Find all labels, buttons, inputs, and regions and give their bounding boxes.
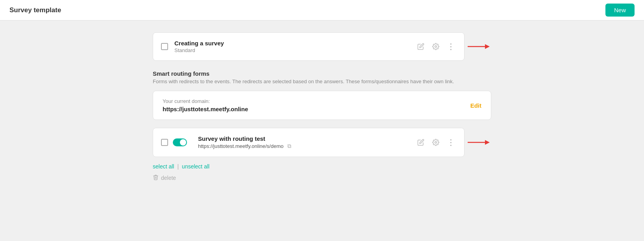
survey-card-row-1: Creating a survey Standard (153, 33, 464, 60)
toggle-thumb-2 (180, 139, 186, 146)
trash-icon (153, 174, 159, 181)
red-arrow-2 (468, 138, 491, 147)
survey-checkbox-1[interactable] (161, 43, 168, 50)
survey-card-creating: Creating a survey Standard (153, 32, 464, 61)
smart-routing-title: Smart routing forms (153, 70, 491, 77)
survey-checkbox-2[interactable] (161, 139, 168, 146)
survey-actions-1: ⋮ (415, 41, 456, 52)
survey-subtitle-1: Standard (174, 47, 409, 53)
domain-card: Your current domain: https://justtotest.… (153, 91, 491, 120)
survey-title-2: Survey with routing test (198, 135, 409, 142)
survey-card-routing: Survey with routing test https://justtot… (153, 128, 464, 157)
settings-icon-1[interactable] (430, 41, 441, 52)
survey-card-2-wrapper: Survey with routing test https://justtot… (153, 128, 491, 157)
svg-marker-5 (485, 140, 490, 145)
toggle-track-2[interactable] (173, 138, 187, 146)
survey-info-2: Survey with routing test https://justtot… (198, 135, 409, 149)
domain-info: Your current domain: https://justtotest.… (163, 98, 248, 112)
page-header: Survey template New (0, 0, 644, 21)
smart-routing-desc: Forms with redirects to the events. The … (153, 78, 491, 84)
red-arrow-1 (468, 42, 491, 51)
delete-label: delete (161, 175, 176, 181)
more-icon-1[interactable]: ⋮ (445, 41, 456, 52)
new-button[interactable]: New (605, 4, 635, 17)
svg-marker-2 (485, 44, 490, 49)
settings-icon-2[interactable] (430, 137, 441, 148)
edit-icon-1[interactable] (415, 41, 426, 52)
more-icon-2[interactable]: ⋮ (445, 137, 456, 148)
survey-info-1: Creating a survey Standard (174, 40, 409, 53)
survey-url-2: https://justtotest.meetfy.online/s/demo … (198, 143, 409, 149)
unselect-all-button[interactable]: unselect all (182, 163, 209, 170)
main-content: Creating a survey Standard (145, 21, 499, 193)
survey-card-row-2: Survey with routing test https://justtot… (153, 128, 464, 157)
bulk-actions: select all | unselect all (153, 163, 491, 170)
bulk-divider: | (177, 163, 179, 170)
svg-point-3 (435, 142, 437, 144)
edit-icon-2[interactable] (415, 137, 426, 148)
select-all-button[interactable]: select all (153, 163, 174, 170)
svg-point-0 (435, 46, 437, 48)
smart-routing-header: Smart routing forms Forms with redirects… (153, 70, 491, 84)
survey-card-1-wrapper: Creating a survey Standard (153, 32, 491, 61)
page-title: Survey template (9, 6, 61, 14)
domain-edit-button[interactable]: Edit (470, 102, 481, 109)
survey-title-1: Creating a survey (174, 40, 409, 47)
domain-url: https://justtotest.meetfy.online (163, 106, 248, 112)
survey-toggle-2[interactable] (173, 138, 187, 146)
copy-icon-2[interactable]: ⧉ (287, 143, 291, 149)
survey-actions-2: ⋮ (415, 137, 456, 148)
delete-action[interactable]: delete (153, 174, 491, 181)
domain-label: Your current domain: (163, 98, 248, 104)
